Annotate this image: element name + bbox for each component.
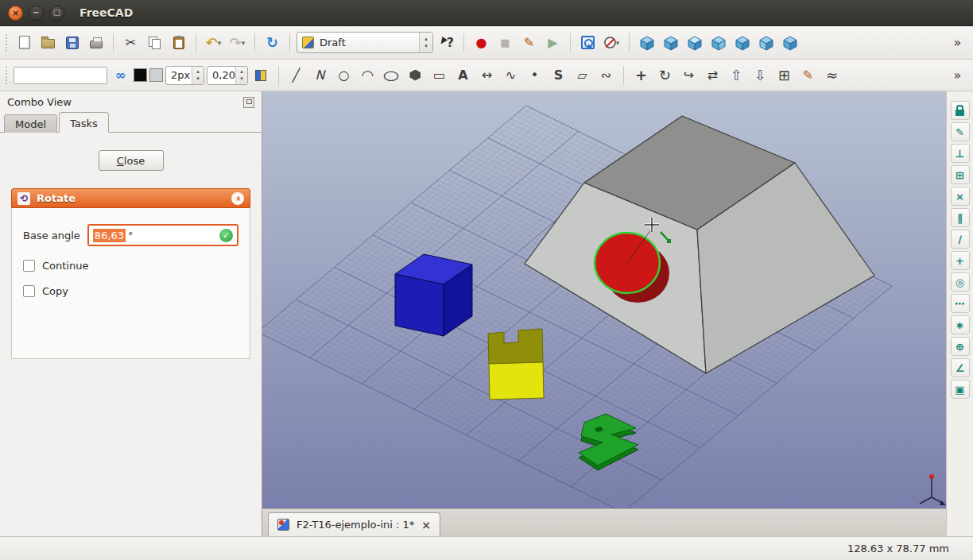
cut-button[interactable]: ✂ <box>120 32 141 53</box>
chevron-down-icon[interactable]: ▾ <box>616 39 620 47</box>
draft-facebinder-button[interactable]: ▱ <box>572 64 593 86</box>
whats-this-button[interactable]: ? <box>436 32 457 53</box>
view-front-button[interactable] <box>660 32 681 53</box>
text-scale-spinner[interactable]: 0,20 ▴▾ <box>207 66 248 85</box>
refresh-button[interactable]: ↻ <box>262 32 283 53</box>
copy-button[interactable] <box>144 32 165 53</box>
line-width-spinner[interactable]: 2px ▴▾ <box>165 66 204 85</box>
workbench-selector[interactable]: Draft ▴▾ <box>297 32 433 53</box>
apply-style-button[interactable] <box>250 64 272 86</box>
view-left-button[interactable] <box>779 32 800 53</box>
snap-perpendicular-button[interactable]: ⊥ <box>951 144 970 163</box>
draft-arc-button[interactable]: ◠ <box>357 64 378 86</box>
tab-tasks[interactable]: Tasks <box>59 112 109 133</box>
blue-cube[interactable] <box>395 254 472 336</box>
toolbar-handle[interactable] <box>6 34 8 52</box>
snap-lock-button[interactable] <box>951 101 970 120</box>
draft-bezier-button[interactable]: ∾ <box>595 64 617 86</box>
float-panel-button[interactable] <box>243 97 254 108</box>
window-maximize-button[interactable]: ▢ <box>49 6 64 21</box>
cube-front-face[interactable] <box>395 274 444 336</box>
undo-button[interactable]: ↶▾ <box>203 32 224 53</box>
view-isometric-button[interactable] <box>636 32 657 53</box>
toolbar-overflow-button[interactable]: » <box>947 32 968 53</box>
draft-dimension-button[interactable]: ↔ <box>476 64 498 86</box>
snap-center-button[interactable]: ◎ <box>951 272 970 292</box>
close-tab-icon[interactable]: × <box>421 519 431 531</box>
draft-array-button[interactable]: ⊞ <box>773 64 795 86</box>
toolbar-separator <box>113 33 114 52</box>
copy-checkbox[interactable] <box>23 285 35 297</box>
snap-intersection-button[interactable]: × <box>951 187 970 206</box>
snap-endpoint-button[interactable]: ✎ <box>951 122 970 141</box>
snap-midpoint-button[interactable]: + <box>951 251 970 270</box>
construction-mode-button[interactable]: ∞ <box>110 64 131 86</box>
draft-move-button[interactable]: + <box>630 64 652 86</box>
view-top-button[interactable] <box>684 32 705 53</box>
draft-line-button[interactable]: ╱ <box>285 64 307 86</box>
window-close-button[interactable]: × <box>8 6 23 21</box>
snap-ortho-button[interactable]: ⋯ <box>951 294 970 313</box>
open-document-button[interactable] <box>37 32 59 53</box>
redo-button[interactable]: ↷▾ <box>227 32 248 53</box>
toolbar-handle[interactable] <box>6 67 8 84</box>
draft-command-input[interactable] <box>14 67 107 84</box>
snap-working-plane-button[interactable]: ▣ <box>951 380 970 399</box>
document-tab-active[interactable]: F2-T16-ejemplo-ini : 1* × <box>268 512 440 536</box>
snap-special-button[interactable]: ∗ <box>951 315 970 334</box>
save-document-button[interactable] <box>61 32 83 53</box>
snap-grid-button[interactable]: ⊞ <box>951 165 970 184</box>
continue-checkbox[interactable] <box>23 260 35 272</box>
close-task-button[interactable]: Close <box>99 150 164 171</box>
draft-edit-button[interactable]: ✎ <box>797 64 819 86</box>
macro-edit-button[interactable]: ✎ <box>518 32 540 53</box>
new-document-button[interactable] <box>14 32 35 53</box>
draft-shapestring-button[interactable]: S <box>548 64 569 86</box>
face-color-swatch[interactable] <box>149 68 163 82</box>
titlebar: × − ▢ FreeCAD <box>0 0 973 26</box>
draft-polygon-button[interactable] <box>405 64 426 86</box>
heal-icon: ≈ <box>826 68 838 83</box>
workbench-selector-spinner[interactable]: ▴▾ <box>419 33 432 52</box>
draft-text-button[interactable]: A <box>452 64 474 86</box>
macro-stop-button[interactable]: ■ <box>494 32 516 53</box>
draft-downgrade-button[interactable]: ⇩ <box>750 64 771 86</box>
fit-all-button[interactable] <box>577 32 599 53</box>
macro-play-button[interactable]: ▶ <box>542 32 564 53</box>
line-color-swatch[interactable] <box>134 68 147 82</box>
draw-style-button[interactable]: ▾ <box>601 32 622 53</box>
snap-parallel-button[interactable]: ∥ <box>951 208 970 227</box>
canvas-3d[interactable] <box>262 91 946 508</box>
draft-point-button[interactable]: • <box>524 64 545 86</box>
view-bottom-button[interactable] <box>755 32 777 53</box>
draft-upgrade-button[interactable]: ⇧ <box>726 64 747 86</box>
spinner-arrows[interactable]: ▴▾ <box>192 67 204 84</box>
draft-ellipse-button[interactable]: ○ <box>381 64 402 86</box>
draft-bspline-button[interactable]: ∿ <box>500 64 521 86</box>
yellow-rect-part[interactable] <box>489 362 544 400</box>
chevron-down-icon[interactable]: ▾ <box>242 39 246 47</box>
view-right-button[interactable] <box>707 32 729 53</box>
print-button[interactable] <box>85 32 107 53</box>
collapse-chevron-icon[interactable]: » <box>231 192 244 205</box>
draft-heal-button[interactable]: ≈ <box>821 64 843 86</box>
snap-near-button[interactable]: ⊕ <box>951 337 970 356</box>
rotate-task-header[interactable]: ⟲ Rotate » <box>11 188 250 208</box>
paste-button[interactable] <box>168 32 189 53</box>
draft-circle-button[interactable]: ○ <box>333 64 355 86</box>
view-rear-button[interactable] <box>731 32 753 53</box>
draft-rectangle-button[interactable]: ▭ <box>428 64 450 86</box>
base-angle-input[interactable]: 86,63 ° ✓ <box>87 224 238 246</box>
spinner-arrows[interactable]: ▴▾ <box>235 67 247 84</box>
window-minimize-button[interactable]: − <box>29 6 44 21</box>
snap-extension-button[interactable]: ∕ <box>951 230 970 249</box>
draft-wire-button[interactable]: N <box>309 64 331 86</box>
toolbar-overflow-button[interactable]: » <box>947 64 968 86</box>
tab-model[interactable]: Model <box>4 114 57 133</box>
chevron-down-icon[interactable]: ▾ <box>218 39 222 47</box>
draft-trimex-button[interactable]: ⇄ <box>702 64 723 86</box>
draft-rotate-button[interactable]: ↻ <box>654 64 676 86</box>
draft-offset-button[interactable]: ↪ <box>678 64 700 86</box>
macro-record-button[interactable]: ● <box>471 32 492 53</box>
snap-angle-button[interactable]: ∠ <box>951 358 970 377</box>
